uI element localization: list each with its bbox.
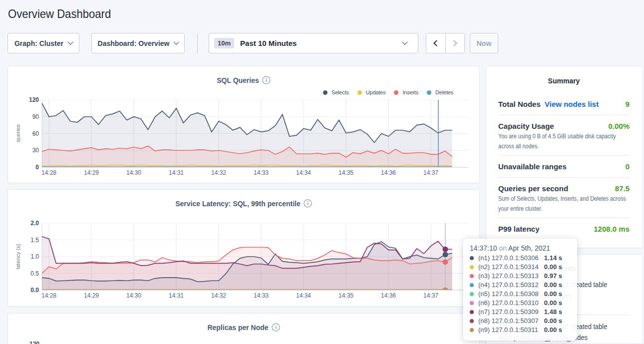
- svg-text:14:31: 14:31: [169, 292, 184, 299]
- svg-text:14:36: 14:36: [381, 292, 396, 299]
- svg-text:14:35: 14:35: [338, 169, 353, 176]
- svg-text:14:32: 14:32: [211, 292, 226, 299]
- svg-text:0: 0: [35, 164, 39, 171]
- svg-text:60: 60: [32, 130, 39, 137]
- svg-text:120: 120: [29, 96, 39, 103]
- svg-text:14:31: 14:31: [169, 169, 184, 176]
- svg-text:14:34: 14:34: [296, 169, 311, 176]
- svg-text:14:28: 14:28: [41, 292, 56, 299]
- svg-text:latency (s): latency (s): [15, 244, 21, 270]
- svg-text:14:37: 14:37: [423, 169, 438, 176]
- svg-text:14:33: 14:33: [254, 169, 269, 176]
- svg-text:14:28: 14:28: [41, 169, 56, 176]
- svg-text:14:34: 14:34: [296, 292, 311, 299]
- svg-text:90: 90: [32, 113, 39, 120]
- svg-text:2.0: 2.0: [30, 220, 39, 227]
- svg-text:14:30: 14:30: [126, 292, 141, 299]
- svg-text:queries: queries: [15, 124, 21, 142]
- svg-text:1.0: 1.0: [30, 253, 39, 260]
- svg-text:30: 30: [32, 147, 39, 154]
- svg-text:14:29: 14:29: [84, 169, 99, 176]
- svg-text:0.0: 0.0: [30, 287, 39, 294]
- svg-text:14:29: 14:29: [84, 292, 99, 299]
- svg-text:14:36: 14:36: [381, 169, 396, 176]
- svg-text:14:37: 14:37: [423, 292, 438, 299]
- svg-text:14:33: 14:33: [254, 292, 269, 299]
- svg-text:14:32: 14:32: [211, 169, 226, 176]
- svg-text:14:30: 14:30: [126, 169, 141, 176]
- svg-text:14:35: 14:35: [338, 292, 353, 299]
- svg-text:0.5: 0.5: [30, 270, 39, 277]
- svg-text:1.5: 1.5: [30, 237, 39, 244]
